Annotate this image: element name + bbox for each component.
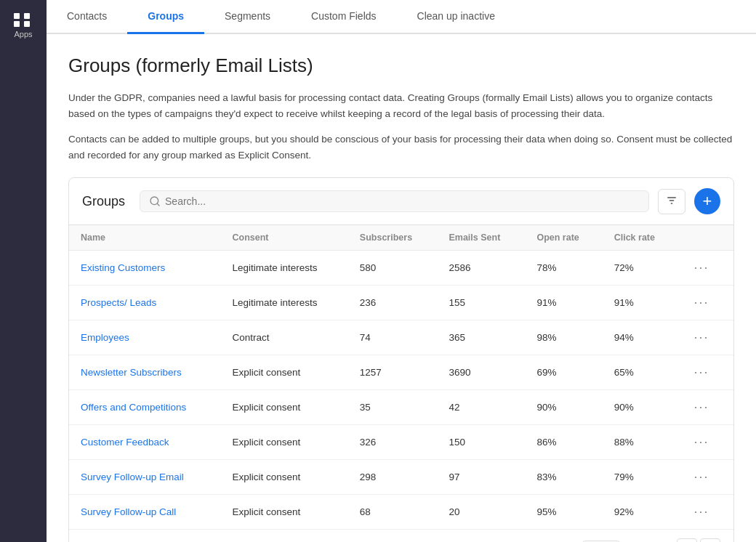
table-row: Survey Follow-up Email Explicit consent … [69,460,733,495]
cell-subscribers: 326 [348,425,438,460]
col-actions [678,225,734,251]
more-options-button[interactable]: ··· [690,259,714,277]
sidebar: Apps [0,0,47,542]
cell-open-rate: 83% [525,460,602,495]
cell-emails-sent: 97 [437,460,525,495]
table-row: Existing Customers Legitimate interests … [69,251,733,286]
description-2: Contacts can be added to multiple groups… [68,132,734,163]
cell-consent: Explicit consent [221,495,348,530]
cell-subscribers: 1257 [348,355,438,390]
group-name-link[interactable]: Prospects/ Leads [81,297,156,308]
cell-more: ··· [678,460,734,495]
table-header: Groups + [69,178,733,225]
page-navigation: ‹ › [677,538,720,542]
cell-emails-sent: 150 [437,425,525,460]
group-name-link[interactable]: Employees [81,332,129,343]
more-options-button[interactable]: ··· [690,433,714,451]
table-body: Existing Customers Legitimate interests … [69,251,733,530]
cell-open-rate: 78% [525,251,602,286]
group-name-link[interactable]: Offers and Competitions [81,402,186,413]
more-options-button[interactable]: ··· [690,363,714,381]
cell-open-rate: 69% [525,355,602,390]
cell-name: Offers and Competitions [69,390,221,425]
filter-button[interactable] [658,189,685,214]
cell-name: Customer Feedback [69,425,221,460]
cell-more: ··· [678,495,734,530]
nav-segments[interactable]: Segments [204,0,291,34]
col-subscribers: Subscribers [348,225,438,251]
col-open-rate: Open rate [525,225,602,251]
cell-open-rate: 90% [525,390,602,425]
svg-line-1 [157,203,159,206]
table-row: Employees Contract 74 365 98% 94% ··· [69,320,733,355]
description-1: Under the GDPR, companies need a lawful … [68,90,734,121]
more-options-button[interactable]: ··· [690,503,714,521]
cell-consent: Explicit consent [221,460,348,495]
cell-more: ··· [678,286,734,320]
filter-icon [666,195,677,206]
cell-click-rate: 90% [603,390,678,425]
next-page-button[interactable]: › [700,538,720,542]
page-content: Groups (formerly Email Lists) Under the … [47,34,756,542]
table-row: Customer Feedback Explicit consent 326 1… [69,425,733,460]
cell-subscribers: 68 [348,495,438,530]
col-consent: Consent [221,225,348,251]
group-name-link[interactable]: Customer Feedback [81,437,169,448]
col-click-rate: Click rate [603,225,678,251]
cell-emails-sent: 20 [437,495,525,530]
more-options-button[interactable]: ··· [690,294,714,312]
cell-name: Newsletter Subscribers [69,355,221,390]
cell-emails-sent: 365 [437,320,525,355]
main-content: Contacts Groups Segments Custom Fields C… [47,0,756,542]
cell-more: ··· [678,425,734,460]
prev-page-button[interactable]: ‹ [677,538,697,542]
cell-subscribers: 580 [348,251,438,286]
cell-emails-sent: 42 [437,390,525,425]
cell-subscribers: 298 [348,460,438,495]
add-group-button[interactable]: + [694,188,720,214]
cell-name: Existing Customers [69,251,221,286]
apps-label: Apps [14,30,32,39]
cell-click-rate: 91% [603,286,678,320]
table-card: Groups + [68,177,734,542]
more-options-button[interactable]: ··· [690,468,714,486]
cell-subscribers: 35 [348,390,438,425]
nav-groups[interactable]: Groups [127,0,204,34]
cell-click-rate: 94% [603,320,678,355]
top-nav: Contacts Groups Segments Custom Fields C… [47,0,756,34]
group-name-link[interactable]: Survey Follow-up Email [81,472,184,482]
apps-icon[interactable]: Apps [11,7,35,44]
cell-consent: Explicit consent [221,425,348,460]
groups-table: Name Consent Subscribers Emails Sent Ope… [69,225,733,529]
pagination: Items per page: 10 25 50 100 1 – 8 of 8 [69,529,733,542]
cell-open-rate: 98% [525,320,602,355]
cell-consent: Explicit consent [221,390,348,425]
cell-more: ··· [678,320,734,355]
group-name-link[interactable]: Newsletter Subscribers [81,367,182,378]
table-card-title: Groups [82,194,125,209]
table-row: Prospects/ Leads Legitimate interests 23… [69,286,733,320]
cell-more: ··· [678,355,734,390]
group-name-link[interactable]: Survey Follow-up Call [81,506,176,517]
cell-consent: Contract [221,320,348,355]
cell-name: Employees [69,320,221,355]
table-row: Newsletter Subscribers Explicit consent … [69,355,733,390]
table-row: Offers and Competitions Explicit consent… [69,390,733,425]
search-input[interactable] [165,195,640,207]
more-options-button[interactable]: ··· [690,398,714,416]
col-emails-sent: Emails Sent [437,225,525,251]
search-box [140,190,649,212]
nav-contacts[interactable]: Contacts [47,0,127,34]
group-name-link[interactable]: Existing Customers [81,262,165,273]
cell-consent: Legitimate interests [221,286,348,320]
cell-click-rate: 65% [603,355,678,390]
nav-clean-up-inactive[interactable]: Clean up inactive [397,0,515,34]
more-options-button[interactable]: ··· [690,328,714,347]
cell-name: Survey Follow-up Call [69,495,221,530]
cell-click-rate: 88% [603,425,678,460]
nav-custom-fields[interactable]: Custom Fields [291,0,396,34]
app-shell: Apps Contacts Groups Segments Custom Fie… [0,0,756,542]
cell-open-rate: 95% [525,495,602,530]
cell-emails-sent: 3690 [437,355,525,390]
table-row: Survey Follow-up Call Explicit consent 6… [69,495,733,530]
